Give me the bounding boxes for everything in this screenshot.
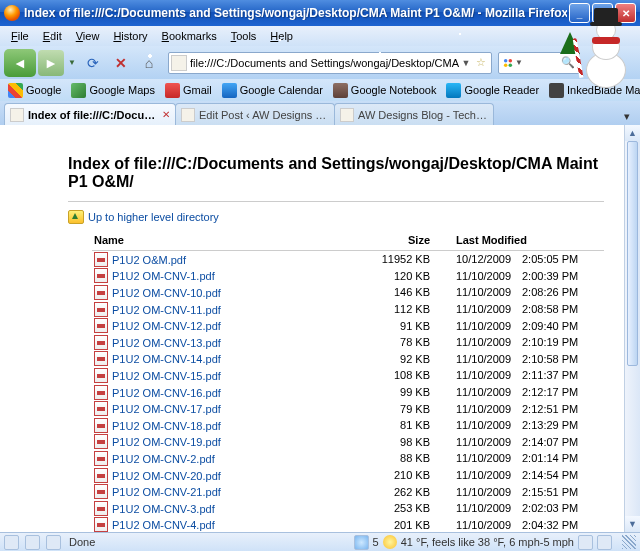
file-link[interactable]: P1U2 OM-CNV-21.pdf xyxy=(112,486,221,498)
tab-close-button[interactable]: ✕ xyxy=(162,109,170,120)
bookmark-google[interactable]: Google xyxy=(4,82,65,99)
menu-view[interactable]: View xyxy=(69,28,107,44)
file-link[interactable]: P1U2 O&M.pdf xyxy=(112,254,186,266)
window-minimize-button[interactable]: _ xyxy=(569,3,590,23)
table-row: P1U2 OM-CNV-16.pdf99 KB11/10/20092:12:17… xyxy=(92,384,604,401)
browser-tab[interactable]: AW Designs Blog - Technical tips for de.… xyxy=(334,103,494,125)
tab-favicon xyxy=(10,108,24,122)
bookmark-label: Google Notebook xyxy=(351,84,437,96)
column-size[interactable]: Size xyxy=(364,230,454,251)
svg-point-1 xyxy=(509,58,512,62)
resize-grip[interactable] xyxy=(622,535,636,549)
pdf-icon xyxy=(94,468,108,483)
scroll-down-button[interactable]: ▼ xyxy=(625,516,640,532)
menu-edit[interactable]: Edit xyxy=(36,28,69,44)
bookmark-google-reader[interactable]: Google Reader xyxy=(442,82,543,99)
status-addon-icon[interactable] xyxy=(46,535,61,550)
window-maximize-button[interactable]: ▢ xyxy=(592,3,613,23)
search-dropdown[interactable]: ▼ xyxy=(515,58,523,67)
menu-help[interactable]: Help xyxy=(263,28,300,44)
up-directory-label: Up to higher level directory xyxy=(88,211,219,223)
status-addon-icon[interactable] xyxy=(597,535,612,550)
table-row: P1U2 OM-CNV-10.pdf146 KB11/10/20092:08:2… xyxy=(92,284,604,301)
list-all-tabs-button[interactable]: ▾ xyxy=(618,108,636,125)
scroll-track[interactable] xyxy=(625,141,640,516)
file-link[interactable]: P1U2 OM-CNV-4.pdf xyxy=(112,519,215,531)
table-row: P1U2 OM-CNV-4.pdf201 KB11/10/20092:04:32… xyxy=(92,517,604,533)
status-addon-icon[interactable] xyxy=(4,535,19,550)
file-size: 112 KB xyxy=(364,301,454,318)
counter-icon[interactable] xyxy=(354,535,369,550)
file-link[interactable]: P1U2 OM-CNV-2.pdf xyxy=(112,453,215,465)
window-close-button[interactable]: ✕ xyxy=(615,3,636,23)
site-identity-icon[interactable] xyxy=(171,55,187,71)
file-link[interactable]: P1U2 OM-CNV-18.pdf xyxy=(112,420,221,432)
file-link[interactable]: P1U2 OM-CNV-16.pdf xyxy=(112,387,221,399)
file-link[interactable]: P1U2 OM-CNV-17.pdf xyxy=(112,403,221,415)
bookmark-gmail[interactable]: Gmail xyxy=(161,82,216,99)
file-link[interactable]: P1U2 OM-CNV-1.pdf xyxy=(112,270,215,282)
url-dropdown[interactable]: ▼ xyxy=(459,58,473,68)
bookmark-favicon xyxy=(165,83,180,98)
file-link[interactable]: P1U2 OM-CNV-10.pdf xyxy=(112,287,221,299)
file-modified: 11/10/20092:13:29 PM xyxy=(454,417,604,434)
file-link[interactable]: P1U2 OM-CNV-14.pdf xyxy=(112,353,221,365)
bookmark-google-maps[interactable]: Google Maps xyxy=(67,82,158,99)
file-modified: 11/10/20092:11:37 PM xyxy=(454,367,604,384)
file-link[interactable]: P1U2 OM-CNV-20.pdf xyxy=(112,470,221,482)
menu-bookmarks[interactable]: Bookmarks xyxy=(155,28,224,44)
file-size: 92 KB xyxy=(364,351,454,368)
status-bar: Done 5 41 °F, feels like 38 °F, 6 mph-5 … xyxy=(0,532,640,551)
menu-file[interactable]: File xyxy=(4,28,36,44)
file-modified: 11/10/20092:08:58 PM xyxy=(454,301,604,318)
weather-icon[interactable] xyxy=(383,535,397,549)
file-modified: 11/10/20092:10:19 PM xyxy=(454,334,604,351)
search-engine-icon[interactable] xyxy=(501,56,515,70)
bookmark-label: Google Maps xyxy=(89,84,154,96)
bookmark-inkedblade-mail[interactable]: InkedBlade Mail xyxy=(545,82,640,99)
home-button[interactable]: ⌂ xyxy=(136,50,162,76)
navigation-toolbar: ◄ ► ▼ ⟳ ✕ ⌂ ▼ ☆ ▼ 🔍 xyxy=(0,46,640,79)
file-size: 120 KB xyxy=(364,268,454,285)
reload-button[interactable]: ⟳ xyxy=(80,50,106,76)
browser-tab[interactable]: Edit Post ‹ AW Designs Blog — WordPr... xyxy=(175,103,335,125)
search-bar[interactable]: ▼ 🔍 xyxy=(498,52,580,74)
counter-value: 5 xyxy=(373,536,379,548)
status-right-panel: 5 41 °F, feels like 38 °F, 6 mph-5 mph xyxy=(354,535,636,550)
file-size: 91 KB xyxy=(364,317,454,334)
back-button[interactable]: ◄ xyxy=(4,49,36,77)
bookmark-star-icon[interactable]: ☆ xyxy=(473,56,489,69)
column-modified[interactable]: Last Modified xyxy=(454,230,604,251)
folder-up-icon xyxy=(68,210,84,224)
search-input[interactable] xyxy=(525,57,561,69)
file-link[interactable]: P1U2 OM-CNV-13.pdf xyxy=(112,337,221,349)
bookmark-label: Google xyxy=(26,84,61,96)
forward-button[interactable]: ► xyxy=(38,50,64,76)
pdf-icon xyxy=(94,401,108,416)
history-dropdown[interactable]: ▼ xyxy=(66,50,78,76)
file-link[interactable]: P1U2 OM-CNV-11.pdf xyxy=(112,304,221,316)
status-security-icon[interactable] xyxy=(578,535,593,550)
url-bar[interactable]: ▼ ☆ xyxy=(168,52,492,74)
scroll-thumb[interactable] xyxy=(627,141,638,366)
bookmark-google-calendar[interactable]: Google Calendar xyxy=(218,82,327,99)
file-link[interactable]: P1U2 OM-CNV-15.pdf xyxy=(112,370,221,382)
browser-tab[interactable]: Index of file:///C:/Documents an...✕ xyxy=(4,103,176,125)
scroll-up-button[interactable]: ▲ xyxy=(625,125,640,141)
column-name[interactable]: Name xyxy=(92,230,364,251)
file-size: 79 KB xyxy=(364,400,454,417)
url-input[interactable] xyxy=(190,57,459,69)
status-addon-icon[interactable] xyxy=(25,535,40,550)
status-text: Done xyxy=(69,536,95,548)
search-go-icon[interactable]: 🔍 xyxy=(561,56,575,69)
bookmark-google-notebook[interactable]: Google Notebook xyxy=(329,82,441,99)
up-directory-link[interactable]: Up to higher level directory xyxy=(68,210,604,224)
stop-button[interactable]: ✕ xyxy=(108,50,134,76)
file-link[interactable]: P1U2 OM-CNV-12.pdf xyxy=(112,320,221,332)
bookmark-label: Gmail xyxy=(183,84,212,96)
file-link[interactable]: P1U2 OM-CNV-19.pdf xyxy=(112,436,221,448)
menu-tools[interactable]: Tools xyxy=(224,28,264,44)
menu-history[interactable]: History xyxy=(106,28,154,44)
file-link[interactable]: P1U2 OM-CNV-3.pdf xyxy=(112,503,215,515)
vertical-scrollbar[interactable]: ▲ ▼ xyxy=(624,125,640,532)
